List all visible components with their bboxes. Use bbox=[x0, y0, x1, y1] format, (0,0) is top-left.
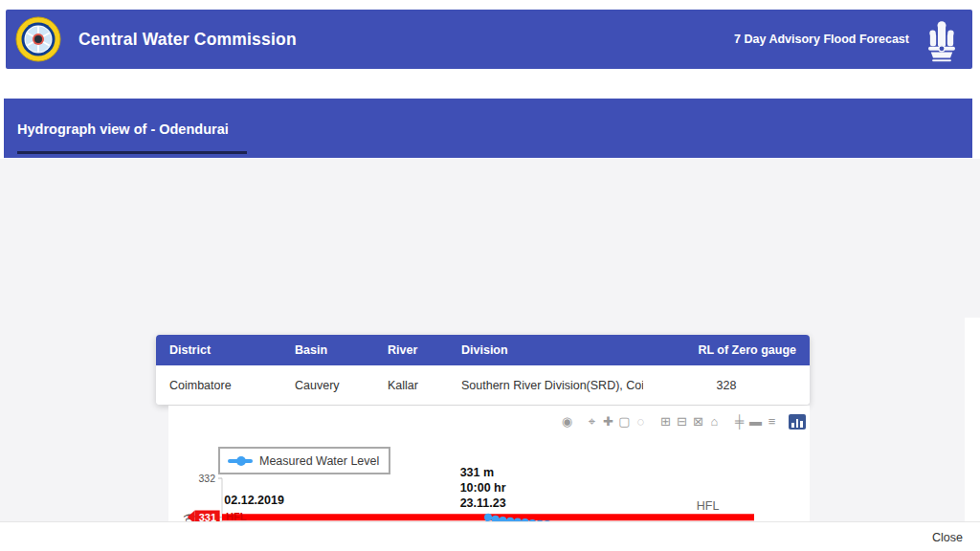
zoom-out-icon[interactable]: ⊟ bbox=[674, 413, 690, 430]
hfl-date-annotation: 02.12.2019 bbox=[224, 493, 284, 508]
spikelines-icon[interactable]: ╪ bbox=[731, 413, 747, 430]
hfl-text-right-annotation: HFL bbox=[697, 498, 720, 514]
modal-body: District Basin River Division RL of Zero… bbox=[0, 159, 980, 521]
forecast-label: 7 Day Advisory Flood Forecast bbox=[734, 33, 909, 46]
col-basin: Basin bbox=[281, 343, 374, 357]
page-header: Hydrograph view of - Odendurai bbox=[4, 99, 972, 158]
cell-river: Kallar bbox=[374, 379, 448, 392]
hover-closest-icon[interactable]: ▬ bbox=[747, 413, 764, 430]
cwc-logo-icon bbox=[15, 16, 61, 62]
col-division: Division bbox=[448, 343, 643, 357]
col-district: District bbox=[156, 343, 281, 357]
box-select-icon[interactable]: ▢ bbox=[616, 413, 633, 430]
cell-district: Coimbatore bbox=[156, 379, 281, 392]
camera-icon[interactable]: ◉ bbox=[559, 413, 575, 430]
svg-text:332: 332 bbox=[198, 473, 215, 484]
col-river: River bbox=[374, 343, 448, 357]
plotly-modebar: ◉⌖✚▢◌⊞⊟⊠⌂╪▬≡ bbox=[559, 413, 806, 430]
cell-division: Southern River Division(SRD), Coimbatore bbox=[448, 379, 643, 392]
zoom-in-icon[interactable]: ⊞ bbox=[657, 413, 674, 430]
legend-line-marker-icon bbox=[228, 459, 253, 463]
close-button[interactable]: Close bbox=[932, 531, 963, 544]
national-emblem-icon bbox=[924, 17, 959, 63]
reset-axes-icon[interactable]: ⌂ bbox=[706, 413, 723, 430]
legend-label: Measured Water Level bbox=[259, 454, 379, 468]
cell-basin: Cauvery bbox=[281, 379, 374, 392]
scroll-gutter bbox=[965, 318, 980, 551]
station-table-header: District Basin River Division RL of Zero… bbox=[156, 335, 810, 365]
modal-footer: Close bbox=[0, 521, 980, 551]
lasso-select-icon[interactable]: ◌ bbox=[633, 413, 649, 430]
hover-compare-icon[interactable]: ≡ bbox=[764, 413, 780, 430]
autoscale-icon[interactable]: ⊠ bbox=[690, 413, 706, 430]
app-title: Central Water Commission bbox=[78, 30, 297, 50]
peak-callout-annotation: 331 m 10:00 hr 23.11.23 bbox=[460, 465, 506, 511]
title-underline bbox=[17, 151, 247, 154]
app-header: Central Water Commission 7 Day Advisory … bbox=[6, 10, 972, 69]
station-table: District Basin River Division RL of Zero… bbox=[156, 335, 810, 405]
page-title: Hydrograph view of - Odendurai bbox=[17, 121, 229, 137]
hfl-line-label: HFL bbox=[226, 511, 246, 522]
col-rl-zero-gauge: RL of Zero gauge bbox=[643, 343, 810, 357]
pan-icon[interactable]: ✚ bbox=[600, 413, 616, 430]
cell-rl-zero-gauge: 328 bbox=[643, 379, 810, 392]
legend-measured-water-level[interactable]: Measured Water Level bbox=[218, 447, 390, 474]
table-row: Coimbatore Cauvery Kallar Southern River… bbox=[156, 365, 810, 405]
plotly-logo-icon[interactable] bbox=[789, 414, 806, 430]
zoom-icon[interactable]: ⌖ bbox=[584, 413, 600, 430]
